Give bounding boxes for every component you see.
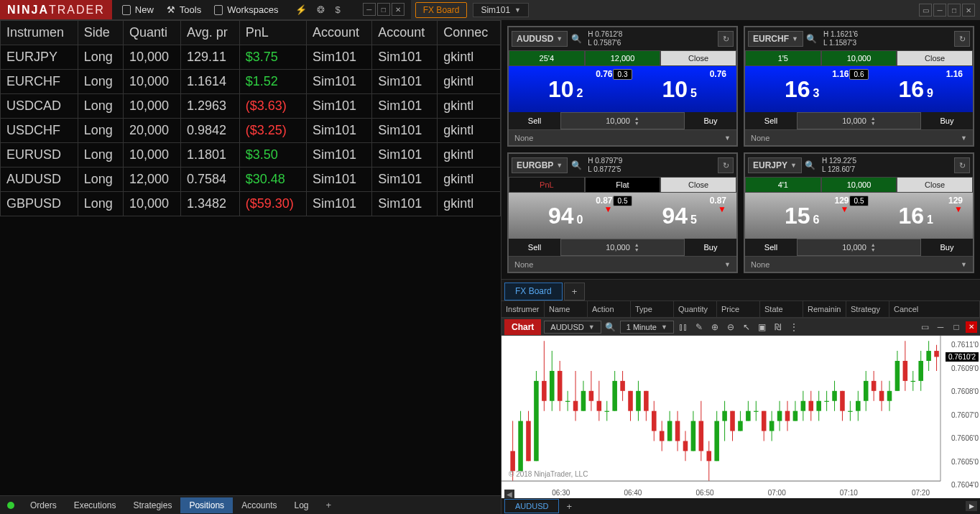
column-header[interactable]: Connec bbox=[438, 21, 501, 45]
tab-log[interactable]: Log bbox=[285, 497, 317, 513]
panel-minimize-button[interactable]: ─ bbox=[933, 4, 946, 17]
sell-button[interactable]: Sell bbox=[509, 116, 560, 125]
link-icon[interactable]: ↻ bbox=[718, 157, 734, 173]
panel-close-icon[interactable]: ✕ bbox=[966, 321, 977, 333]
tab-positions[interactable]: Positions bbox=[180, 497, 233, 513]
search-icon[interactable]: 🔍 bbox=[570, 160, 582, 171]
atm-strategy-selector[interactable]: None▼ bbox=[509, 130, 736, 145]
order-col-strategy[interactable]: Strategy bbox=[846, 301, 889, 317]
buy-price-panel[interactable]: 0.76 105 bbox=[623, 66, 737, 112]
tab-executions[interactable]: Executions bbox=[65, 497, 125, 513]
sell-button[interactable]: Sell bbox=[745, 243, 797, 252]
tile-pnl-cell[interactable]: 4'1 bbox=[745, 177, 821, 193]
buy-button[interactable]: Buy bbox=[685, 243, 736, 252]
buy-button[interactable]: Buy bbox=[921, 243, 973, 252]
column-header[interactable]: Quanti bbox=[124, 21, 181, 45]
sell-price-panel[interactable]: 0.76 102 bbox=[509, 66, 623, 112]
qty-up[interactable]: ▲ bbox=[634, 242, 639, 247]
atm-strategy-selector[interactable]: None▼ bbox=[509, 257, 736, 272]
order-col-action[interactable]: Action bbox=[588, 301, 631, 317]
tile-pnl-cell[interactable]: PnL bbox=[509, 177, 585, 193]
chart-instrument-tab[interactable]: AUDUSD bbox=[504, 499, 559, 513]
order-col-remainin[interactable]: Remainin bbox=[803, 301, 846, 317]
panel-min-icon[interactable]: ─ bbox=[934, 321, 947, 334]
buy-price-panel[interactable]: 0.87 ▼ 945 bbox=[623, 193, 737, 239]
panel-pin-button[interactable]: ▭ bbox=[919, 4, 932, 17]
position-row[interactable]: EURJPYLong10,000129.11$3.75Sim101Sim101g… bbox=[1, 45, 501, 70]
buy-button[interactable]: Buy bbox=[685, 116, 736, 125]
zoom-out-icon[interactable]: ⊖ bbox=[724, 321, 737, 334]
qty-up[interactable]: ▲ bbox=[634, 116, 639, 121]
fxboard-tab[interactable]: FX Board bbox=[504, 283, 563, 300]
column-header[interactable]: Avg. pr bbox=[181, 21, 240, 45]
position-row[interactable]: GBPUSDLong10,0001.3482($59.30)Sim101Sim1… bbox=[1, 192, 501, 216]
close-position-button[interactable]: Close bbox=[660, 177, 736, 193]
position-row[interactable]: EURUSDLong10,0001.1801$3.50Sim101Sim101g… bbox=[1, 143, 501, 167]
menu-new[interactable]: New bbox=[122, 4, 154, 15]
position-row[interactable]: AUDUSDLong12,0000.7584$30.48Sim101Sim101… bbox=[1, 167, 501, 192]
panel-maximize-button[interactable]: □ bbox=[948, 4, 961, 17]
qty-down[interactable]: ▼ bbox=[871, 247, 876, 252]
order-col-type[interactable]: Type bbox=[631, 301, 674, 317]
close-position-button[interactable]: Close bbox=[897, 177, 973, 193]
tile-pnl-cell[interactable]: 1'5 bbox=[745, 50, 821, 66]
order-col-instrumer[interactable]: Instrumer bbox=[501, 301, 545, 317]
column-header[interactable]: Side bbox=[78, 21, 123, 45]
chart-body[interactable]: © 2018 NinjaTrader, LLC 0.7611'00.7609'0… bbox=[501, 336, 980, 498]
buy-price-panel[interactable]: 129 ▼ 161 bbox=[859, 193, 974, 239]
tile-pnl-cell[interactable]: 25'4 bbox=[509, 50, 585, 66]
chart-trader-icon[interactable]: ₪ bbox=[772, 321, 785, 334]
tab-orders[interactable]: Orders bbox=[22, 497, 65, 513]
order-col-name[interactable]: Name bbox=[545, 301, 588, 317]
pair-selector[interactable]: EURJPY▼ bbox=[748, 157, 802, 173]
qty-up[interactable]: ▲ bbox=[871, 116, 876, 121]
quantity-stepper[interactable]: 10,000▲▼ bbox=[797, 112, 921, 129]
account-selector[interactable]: Sim101▼ bbox=[473, 3, 529, 17]
order-col-price[interactable]: Price bbox=[717, 301, 760, 317]
search-icon[interactable]: 🔍 bbox=[806, 33, 818, 45]
fxboard-add-tab[interactable]: + bbox=[564, 283, 586, 300]
quantity-stepper[interactable]: 10,000▲▼ bbox=[560, 112, 685, 129]
link-icon[interactable]: ↻ bbox=[954, 157, 970, 173]
minimize-button[interactable]: ─ bbox=[363, 3, 376, 16]
column-header[interactable]: PnL bbox=[239, 21, 306, 45]
indicators-icon[interactable]: ⫿⫿ bbox=[677, 321, 690, 334]
order-col-state[interactable]: State bbox=[760, 301, 803, 317]
chart-interval-selector[interactable]: 1 Minute▼ bbox=[620, 321, 674, 334]
qty-down[interactable]: ▼ bbox=[871, 121, 876, 126]
tile-position-cell[interactable]: 12,000 bbox=[585, 50, 661, 66]
connection-icon[interactable]: ⚡ bbox=[295, 4, 307, 15]
add-tab-button[interactable]: + bbox=[319, 497, 339, 513]
chart-scroll-right[interactable]: ▶ bbox=[966, 501, 977, 511]
atm-strategy-selector[interactable]: None▼ bbox=[745, 257, 973, 272]
position-row[interactable]: USDCHFLong20,0000.9842($3.25)Sim101Sim10… bbox=[1, 119, 501, 143]
tab-accounts[interactable]: Accounts bbox=[233, 497, 285, 513]
search-icon[interactable]: 🔍 bbox=[805, 160, 816, 171]
close-position-button[interactable]: Close bbox=[660, 50, 736, 66]
panel-max-icon[interactable]: □ bbox=[950, 321, 963, 334]
link-icon[interactable]: ↻ bbox=[954, 31, 970, 47]
sell-price-panel[interactable]: 129 ▼ 156 bbox=[745, 193, 859, 239]
qty-down[interactable]: ▼ bbox=[634, 121, 639, 126]
column-header[interactable]: Account bbox=[372, 21, 438, 45]
order-col-quantity[interactable]: Quantity bbox=[674, 301, 717, 317]
order-col-cancel[interactable]: Cancel bbox=[889, 301, 980, 317]
help-icon[interactable]: ❂ bbox=[317, 4, 325, 15]
properties-icon[interactable]: ⋮ bbox=[787, 321, 800, 334]
menu-tools[interactable]: ⚒Tools bbox=[167, 4, 201, 15]
menu-workspaces[interactable]: Workspaces bbox=[214, 4, 278, 15]
buy-button[interactable]: Buy bbox=[921, 116, 973, 125]
qty-up[interactable]: ▲ bbox=[871, 242, 876, 247]
pair-selector[interactable]: AUDUSD▼ bbox=[512, 31, 568, 47]
tile-position-cell[interactable]: 10,000 bbox=[821, 177, 897, 193]
chart-add-tab[interactable]: + bbox=[560, 499, 578, 514]
zoom-in-icon[interactable]: ⊕ bbox=[708, 321, 721, 334]
position-row[interactable]: USDCADLong10,0001.2963($3.63)Sim101Sim10… bbox=[1, 94, 501, 119]
draw-icon[interactable]: ✎ bbox=[693, 321, 706, 334]
tile-position-cell[interactable]: 10,000 bbox=[821, 50, 897, 66]
position-row[interactable]: EURCHFLong10,0001.1614$1.52Sim101Sim101g… bbox=[1, 70, 501, 94]
sell-price-panel[interactable]: 1.16 163 bbox=[745, 66, 859, 112]
dollar-icon[interactable]: $ bbox=[335, 4, 340, 15]
quantity-stepper[interactable]: 10,000▲▼ bbox=[797, 239, 921, 256]
buy-price-panel[interactable]: 1.16 169 bbox=[859, 66, 974, 112]
